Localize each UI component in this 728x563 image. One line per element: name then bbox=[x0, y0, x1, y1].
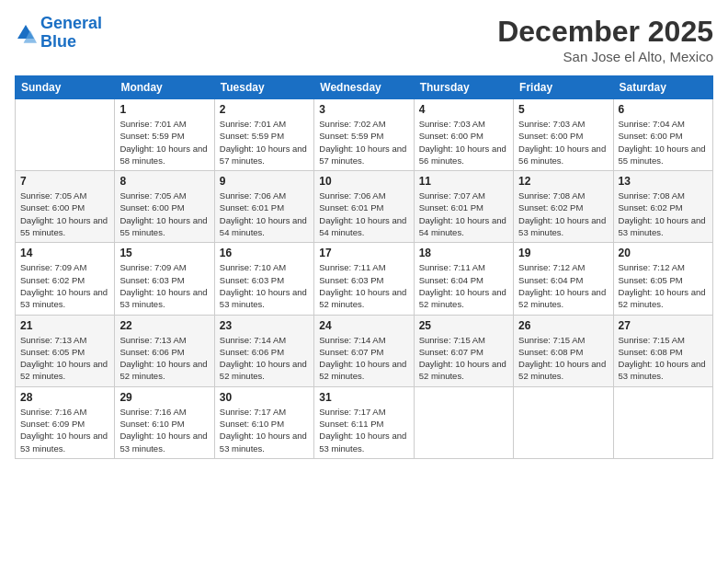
calendar-day-cell: 24Sunrise: 7:14 AMSunset: 6:07 PMDayligh… bbox=[314, 315, 414, 386]
calendar-day-cell: 27Sunrise: 7:15 AMSunset: 6:08 PMDayligh… bbox=[613, 315, 712, 386]
calendar-day-cell: 5Sunrise: 7:03 AMSunset: 6:00 PMDaylight… bbox=[514, 99, 613, 171]
calendar-day-cell: 14Sunrise: 7:09 AMSunset: 6:02 PMDayligh… bbox=[16, 243, 115, 315]
calendar-day-cell: 15Sunrise: 7:09 AMSunset: 6:03 PMDayligh… bbox=[115, 243, 214, 315]
day-number: 29 bbox=[119, 391, 209, 404]
day-info: Sunrise: 7:06 AMSunset: 6:01 PMDaylight:… bbox=[319, 190, 408, 238]
day-info: Sunrise: 7:09 AMSunset: 6:03 PMDaylight:… bbox=[119, 261, 209, 310]
day-info: Sunrise: 7:15 AMSunset: 6:07 PMDaylight:… bbox=[419, 334, 508, 383]
calendar-day-cell: 17Sunrise: 7:11 AMSunset: 6:03 PMDayligh… bbox=[314, 243, 414, 315]
day-number: 25 bbox=[419, 319, 508, 332]
calendar-day-cell: 3Sunrise: 7:02 AMSunset: 5:59 PMDaylight… bbox=[314, 99, 414, 171]
calendar-day-cell: 6Sunrise: 7:04 AMSunset: 6:00 PMDaylight… bbox=[613, 99, 712, 171]
day-number: 30 bbox=[220, 391, 309, 404]
calendar-day-cell bbox=[16, 99, 115, 171]
calendar-day-cell: 4Sunrise: 7:03 AMSunset: 6:00 PMDaylight… bbox=[414, 99, 513, 171]
day-info: Sunrise: 7:02 AMSunset: 5:59 PMDaylight:… bbox=[319, 118, 408, 167]
day-number: 21 bbox=[20, 319, 109, 332]
month-title: December 2025 bbox=[497, 15, 713, 49]
day-number: 9 bbox=[220, 175, 309, 188]
calendar-day-cell: 25Sunrise: 7:15 AMSunset: 6:07 PMDayligh… bbox=[414, 315, 513, 386]
day-info: Sunrise: 7:05 AMSunset: 6:00 PMDaylight:… bbox=[119, 190, 209, 238]
page-header: General Blue December 2025 San Jose el A… bbox=[15, 15, 713, 64]
weekday-header: Sunday bbox=[16, 76, 115, 99]
logo-icon bbox=[15, 22, 37, 44]
day-number: 1 bbox=[119, 103, 209, 116]
day-number: 19 bbox=[518, 247, 608, 259]
day-number: 12 bbox=[518, 175, 608, 188]
logo-text: General Blue bbox=[40, 15, 102, 52]
calendar-day-cell: 7Sunrise: 7:05 AMSunset: 6:00 PMDaylight… bbox=[16, 171, 115, 243]
calendar-table: SundayMondayTuesdayWednesdayThursdayFrid… bbox=[15, 75, 713, 459]
title-block: December 2025 San Jose el Alto, Mexico bbox=[497, 15, 713, 64]
day-info: Sunrise: 7:11 AMSunset: 6:04 PMDaylight:… bbox=[419, 261, 508, 310]
calendar-header-row: SundayMondayTuesdayWednesdayThursdayFrid… bbox=[16, 76, 713, 99]
calendar-week-row: 28Sunrise: 7:16 AMSunset: 6:09 PMDayligh… bbox=[16, 386, 713, 458]
calendar-day-cell: 29Sunrise: 7:16 AMSunset: 6:10 PMDayligh… bbox=[115, 386, 214, 458]
day-info: Sunrise: 7:17 AMSunset: 6:11 PMDaylight:… bbox=[319, 406, 408, 454]
location-subtitle: San Jose el Alto, Mexico bbox=[497, 49, 713, 64]
day-number: 26 bbox=[518, 319, 608, 332]
calendar-week-row: 21Sunrise: 7:13 AMSunset: 6:05 PMDayligh… bbox=[16, 315, 713, 386]
day-number: 10 bbox=[319, 175, 408, 188]
day-number: 5 bbox=[518, 103, 608, 116]
day-number: 4 bbox=[419, 103, 508, 116]
day-number: 8 bbox=[119, 175, 209, 188]
calendar-day-cell: 1Sunrise: 7:01 AMSunset: 5:59 PMDaylight… bbox=[115, 99, 214, 171]
weekday-header: Thursday bbox=[414, 76, 513, 99]
day-info: Sunrise: 7:15 AMSunset: 6:08 PMDaylight:… bbox=[619, 334, 708, 383]
day-number: 13 bbox=[619, 175, 708, 188]
weekday-header: Saturday bbox=[613, 76, 712, 99]
day-info: Sunrise: 7:10 AMSunset: 6:03 PMDaylight:… bbox=[220, 261, 309, 310]
calendar-week-row: 1Sunrise: 7:01 AMSunset: 5:59 PMDaylight… bbox=[16, 99, 713, 171]
calendar-day-cell: 30Sunrise: 7:17 AMSunset: 6:10 PMDayligh… bbox=[214, 386, 313, 458]
calendar-day-cell: 20Sunrise: 7:12 AMSunset: 6:05 PMDayligh… bbox=[613, 243, 712, 315]
day-number: 31 bbox=[319, 391, 408, 404]
day-number: 23 bbox=[220, 319, 309, 332]
calendar-day-cell: 28Sunrise: 7:16 AMSunset: 6:09 PMDayligh… bbox=[16, 386, 115, 458]
day-number: 28 bbox=[20, 391, 109, 404]
day-info: Sunrise: 7:17 AMSunset: 6:10 PMDaylight:… bbox=[220, 406, 309, 454]
weekday-header: Tuesday bbox=[214, 76, 313, 99]
calendar-week-row: 7Sunrise: 7:05 AMSunset: 6:00 PMDaylight… bbox=[16, 171, 713, 243]
day-info: Sunrise: 7:05 AMSunset: 6:00 PMDaylight:… bbox=[20, 190, 109, 238]
weekday-header: Wednesday bbox=[314, 76, 414, 99]
day-number: 24 bbox=[319, 319, 408, 332]
calendar-day-cell: 16Sunrise: 7:10 AMSunset: 6:03 PMDayligh… bbox=[214, 243, 313, 315]
day-number: 2 bbox=[220, 103, 309, 116]
calendar-day-cell: 23Sunrise: 7:14 AMSunset: 6:06 PMDayligh… bbox=[214, 315, 313, 386]
calendar-day-cell: 31Sunrise: 7:17 AMSunset: 6:11 PMDayligh… bbox=[314, 386, 414, 458]
day-info: Sunrise: 7:09 AMSunset: 6:02 PMDaylight:… bbox=[20, 261, 109, 310]
day-number: 16 bbox=[220, 247, 309, 259]
calendar-day-cell: 22Sunrise: 7:13 AMSunset: 6:06 PMDayligh… bbox=[115, 315, 214, 386]
day-number: 11 bbox=[419, 175, 508, 188]
day-info: Sunrise: 7:11 AMSunset: 6:03 PMDaylight:… bbox=[319, 261, 408, 310]
day-info: Sunrise: 7:07 AMSunset: 6:01 PMDaylight:… bbox=[419, 190, 508, 238]
calendar-day-cell: 21Sunrise: 7:13 AMSunset: 6:05 PMDayligh… bbox=[16, 315, 115, 386]
calendar-day-cell bbox=[414, 386, 513, 458]
day-number: 27 bbox=[619, 319, 708, 332]
day-info: Sunrise: 7:01 AMSunset: 5:59 PMDaylight:… bbox=[220, 118, 309, 167]
day-number: 17 bbox=[319, 247, 408, 259]
day-number: 22 bbox=[119, 319, 209, 332]
day-info: Sunrise: 7:13 AMSunset: 6:06 PMDaylight:… bbox=[119, 334, 209, 383]
calendar-day-cell: 18Sunrise: 7:11 AMSunset: 6:04 PMDayligh… bbox=[414, 243, 513, 315]
day-info: Sunrise: 7:03 AMSunset: 6:00 PMDaylight:… bbox=[518, 118, 608, 167]
day-number: 14 bbox=[20, 247, 109, 259]
day-number: 7 bbox=[20, 175, 109, 188]
day-number: 15 bbox=[119, 247, 209, 259]
day-info: Sunrise: 7:06 AMSunset: 6:01 PMDaylight:… bbox=[220, 190, 309, 238]
day-info: Sunrise: 7:03 AMSunset: 6:00 PMDaylight:… bbox=[419, 118, 508, 167]
weekday-header: Monday bbox=[115, 76, 214, 99]
calendar-day-cell: 10Sunrise: 7:06 AMSunset: 6:01 PMDayligh… bbox=[314, 171, 414, 243]
day-info: Sunrise: 7:15 AMSunset: 6:08 PMDaylight:… bbox=[518, 334, 608, 383]
day-info: Sunrise: 7:08 AMSunset: 6:02 PMDaylight:… bbox=[619, 190, 708, 238]
day-info: Sunrise: 7:12 AMSunset: 6:05 PMDaylight:… bbox=[619, 261, 708, 310]
calendar-day-cell: 13Sunrise: 7:08 AMSunset: 6:02 PMDayligh… bbox=[613, 171, 712, 243]
day-info: Sunrise: 7:08 AMSunset: 6:02 PMDaylight:… bbox=[518, 190, 608, 238]
calendar-day-cell: 11Sunrise: 7:07 AMSunset: 6:01 PMDayligh… bbox=[414, 171, 513, 243]
calendar-day-cell: 9Sunrise: 7:06 AMSunset: 6:01 PMDaylight… bbox=[214, 171, 313, 243]
day-info: Sunrise: 7:16 AMSunset: 6:09 PMDaylight:… bbox=[20, 406, 109, 454]
calendar-day-cell bbox=[514, 386, 613, 458]
calendar-day-cell: 8Sunrise: 7:05 AMSunset: 6:00 PMDaylight… bbox=[115, 171, 214, 243]
day-info: Sunrise: 7:12 AMSunset: 6:04 PMDaylight:… bbox=[518, 261, 608, 310]
